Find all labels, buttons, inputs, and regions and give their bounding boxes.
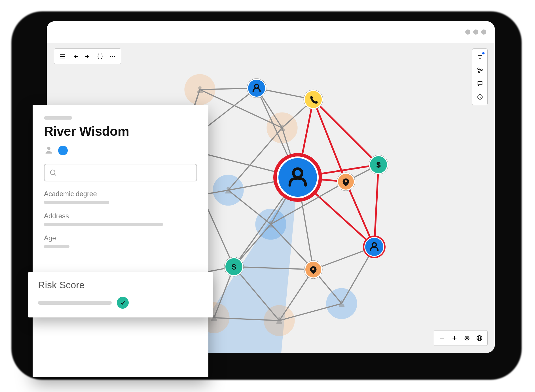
svg-point-99 (114, 56, 115, 57)
globe-button[interactable] (474, 332, 485, 344)
svg-point-111 (466, 338, 468, 339)
comment-button[interactable] (473, 77, 486, 90)
graph-node-nTopPerson[interactable] (247, 79, 266, 98)
zoom-panel (434, 330, 488, 346)
graph-node-nPinBottom[interactable] (304, 260, 322, 279)
svg-point-120 (50, 170, 55, 175)
menu-button[interactable] (57, 51, 68, 62)
field-value-placeholder (44, 201, 109, 204)
search-icon (49, 169, 57, 177)
svg-line-18 (374, 165, 378, 247)
right-tool-panel (472, 48, 488, 105)
zoom-out-button[interactable] (436, 332, 448, 344)
graph-node-nPersonRight[interactable] (363, 236, 386, 258)
svg-point-86 (227, 187, 230, 190)
svg-point-82 (312, 268, 314, 270)
person-icon (44, 145, 54, 156)
svg-text:$: $ (376, 160, 380, 169)
braces-button[interactable] (94, 51, 106, 62)
zoom-in-button[interactable] (449, 332, 460, 344)
status-dot-icon (58, 146, 68, 155)
forward-button[interactable] (82, 51, 93, 62)
recenter-button[interactable] (461, 332, 473, 344)
graph-toolbar (54, 48, 121, 64)
svg-point-63 (305, 91, 322, 108)
window-control-dot[interactable] (473, 29, 478, 35)
risk-score-title: Risk Score (38, 279, 203, 291)
risk-score-bar (38, 301, 112, 305)
graph-node-centerPerson[interactable] (273, 153, 322, 202)
field-value-placeholder (44, 245, 69, 248)
title-bar (47, 21, 495, 43)
field-label: Address (44, 212, 197, 220)
notification-dot-icon (482, 52, 485, 54)
more-button[interactable] (107, 51, 118, 62)
graph-node-nPinRight[interactable] (337, 173, 355, 191)
check-badge-icon (117, 297, 129, 309)
window-control-dot[interactable] (481, 29, 486, 35)
graph-node-nDollarBottom[interactable]: $ (224, 257, 244, 276)
detail-search-input[interactable] (44, 164, 197, 181)
back-button[interactable] (69, 51, 81, 62)
entity-detail-panel: River Wisdom Academic degree Address Age… (33, 105, 208, 377)
entity-title: River Wisdom (44, 124, 197, 139)
svg-point-90 (278, 317, 281, 321)
svg-point-87 (269, 221, 272, 224)
placeholder-bar (44, 116, 72, 120)
svg-line-121 (54, 174, 56, 175)
risk-score-card: Risk Score (28, 272, 213, 317)
svg-point-89 (212, 314, 216, 318)
svg-text:$: $ (232, 262, 236, 271)
filter-button[interactable] (473, 50, 486, 63)
graph-node-nDollarRight[interactable]: $ (369, 155, 388, 174)
graph-node-nPhone[interactable] (304, 90, 323, 109)
relations-button[interactable] (473, 64, 486, 77)
svg-point-104 (481, 69, 482, 71)
field-label: Age (44, 234, 197, 242)
svg-line-38 (228, 190, 271, 224)
svg-point-69 (345, 180, 347, 183)
svg-point-103 (477, 68, 479, 69)
svg-point-84 (280, 124, 284, 128)
svg-point-98 (112, 56, 113, 57)
svg-line-15 (313, 99, 378, 165)
field-value-placeholder (44, 223, 163, 226)
svg-point-97 (110, 56, 111, 57)
field-label: Academic degree (44, 190, 197, 198)
svg-point-91 (340, 300, 343, 304)
svg-point-83 (198, 86, 202, 90)
history-button[interactable] (473, 90, 486, 103)
window-control-dot[interactable] (465, 29, 470, 35)
svg-point-119 (47, 147, 50, 150)
